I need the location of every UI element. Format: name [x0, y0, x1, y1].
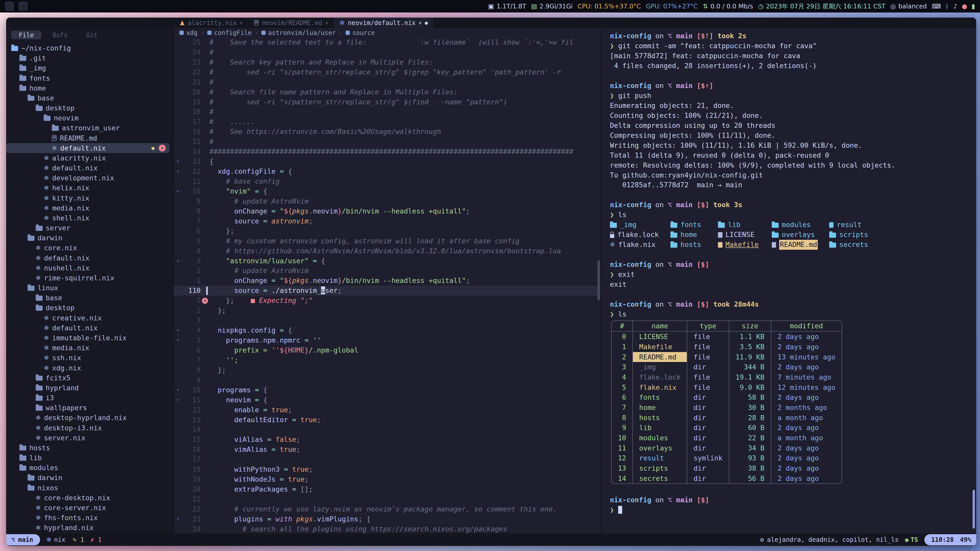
editor-line[interactable]: ▾3 "astronvim/lua/user" = {	[174, 256, 601, 266]
tree-item[interactable]: home	[6, 83, 173, 93]
editor-line[interactable]: 14	[174, 425, 601, 435]
editor-pane[interactable]: xdg›configFile›astronvim/lua/user›source…	[174, 28, 601, 534]
tree-item[interactable]: lib	[6, 453, 173, 463]
editor-line[interactable]: 22 # currently we use lazy.nvim as neovi…	[174, 504, 601, 514]
tree-item[interactable]: ❄hyprland.nix	[6, 523, 173, 533]
editor-line[interactable]: 20 extraPackages = [];	[174, 484, 601, 494]
tree-item[interactable]: ❄ssh.nix	[6, 353, 173, 363]
tree-item[interactable]: ❄default.nix	[6, 163, 173, 173]
editor-line[interactable]: ▾13{	[174, 157, 601, 167]
buffer-tab[interactable]: Mneovim/README.md✗	[248, 17, 334, 28]
editor-line[interactable]: 6 };	[174, 226, 601, 236]
tree-item[interactable]: ❄i3.nix	[6, 533, 173, 534]
editor-line[interactable]: 21	[174, 494, 601, 504]
editor-lines[interactable]: 25# Save the selected text to a file: `:…	[174, 38, 601, 534]
tree-item[interactable]: neovim	[6, 113, 173, 123]
tree-item[interactable]: ❄helix.nix	[6, 183, 173, 193]
tree-item[interactable]: ❄default.nix	[6, 253, 173, 263]
editor-line[interactable]: 20# Search file name pattern and Replace…	[174, 87, 601, 97]
tree-item[interactable]: darwin	[6, 473, 173, 483]
editor-line[interactable]: 9 # update AstroNvim	[174, 197, 601, 206]
tree-item[interactable]: ~/nix-config	[6, 43, 173, 53]
editor-line[interactable]: 24 # search all the plugins using https:…	[174, 524, 601, 534]
tree-item[interactable]: ❄desktop-hyprland.nix	[6, 413, 173, 423]
close-icon[interactable]: ✗	[419, 20, 422, 26]
editor-line[interactable]: 14######################################…	[174, 147, 601, 157]
tree-item[interactable]: hyprland	[6, 383, 173, 393]
tree-item[interactable]: ❄core-desktop.nix	[6, 493, 173, 503]
tree-item[interactable]: _img	[6, 63, 173, 73]
editor-line[interactable]: 19# sed -ri "s/pattern_str/replace_str/g…	[174, 97, 601, 107]
tree-item[interactable]: ❄creative.nix	[6, 313, 173, 323]
breadcrumb-item[interactable]: astronvim/lua/user	[261, 29, 336, 37]
editor-line[interactable]: ▾10 "nvim" = {	[174, 186, 601, 197]
close-icon[interactable]: ✗	[240, 20, 243, 26]
workspace-icon-2[interactable]	[19, 2, 27, 11]
volume-icon[interactable]: ♪	[953, 3, 958, 10]
editor-line[interactable]: 17	[174, 454, 601, 465]
editor-line[interactable]: 6 prefix = ''${HOME}/.npm-global	[174, 345, 601, 355]
tree-item[interactable]: .git	[6, 53, 173, 63]
editor-line[interactable]: 17# ......	[174, 117, 601, 127]
editor-line[interactable]: 19 withNodeJs = true;	[174, 475, 601, 484]
tree-item[interactable]: ❄shell.nix	[6, 213, 173, 223]
tree-item[interactable]: ❄development.nix	[6, 173, 173, 183]
tree-item[interactable]: ❄kitty.nix	[6, 193, 173, 203]
tree-item[interactable]: hosts	[6, 443, 173, 453]
tree-item[interactable]: nixos	[6, 483, 173, 493]
editor-line[interactable]: 2 };	[174, 306, 601, 316]
tree-item[interactable]: fcitx5	[6, 373, 173, 383]
terminal-pane[interactable]: nix-config on ⌥ main [$!] took 2s❯ git c…	[600, 28, 976, 534]
workspace-icon-1[interactable]	[5, 2, 14, 11]
buffer-tab[interactable]: alacritty.nix✗	[174, 17, 248, 28]
bluetooth-icon[interactable]: ᛒ	[945, 3, 949, 10]
close-circle-icon[interactable]: ✗	[159, 144, 165, 151]
tree-item[interactable]: modules	[6, 463, 173, 473]
tree-item[interactable]: ❄immutable-file.nix	[6, 333, 173, 343]
editor-line[interactable]: 24#	[174, 48, 601, 57]
editor-line[interactable]: 18 withPython3 = true;	[174, 465, 601, 475]
editor-line[interactable]: 8 };	[174, 365, 601, 375]
tree-item[interactable]: ❄default.nix	[6, 323, 173, 333]
tree-item[interactable]: base	[6, 293, 173, 303]
tree-item[interactable]: i3	[6, 393, 173, 403]
editor-line[interactable]: 1✗ }; ■ Expecting ";"	[174, 295, 601, 306]
record-icon[interactable]: ●	[962, 3, 967, 10]
neotree-tab-bufs[interactable]: Bufs	[45, 30, 75, 39]
editor-line[interactable]: 7 '';	[174, 355, 601, 365]
breadcrumb-item[interactable]: xdg	[180, 29, 197, 37]
keyboard-icon[interactable]: ⌨	[932, 3, 941, 10]
editor-line[interactable]: 8 onChange = "${pkgs.neovim}/bin/nvim --…	[174, 206, 601, 216]
editor-line[interactable]: 21#	[174, 77, 601, 87]
editor-line[interactable]: 15 viAlias = false;	[174, 435, 601, 445]
breadcrumb-item[interactable]: source	[345, 29, 375, 37]
editor-line[interactable]: 110 source = ./astronvim_user;	[174, 286, 601, 295]
editor-line[interactable]: ▾23 plugins = with pkgs.vimPlugins; [	[174, 514, 601, 524]
editor-line[interactable]: 18#	[174, 107, 601, 117]
tree-item[interactable]: base	[6, 93, 173, 103]
tree-item[interactable]: ❄default.nix●✗	[6, 143, 169, 153]
tree-item[interactable]: desktop	[6, 303, 173, 313]
editor-line[interactable]: 23# Search key pattern and Replace in Mu…	[174, 57, 601, 67]
neotree-items[interactable]: ~/nix-config.git_imgfontshomebasedesktop…	[6, 42, 173, 534]
tree-item[interactable]: ❄fhs-fonts.nix	[6, 513, 173, 523]
editor-line[interactable]: 22# sed -ri "s/pattern_str/replace_str/g…	[174, 67, 601, 77]
editor-line[interactable]: 13 defaultEditor = true;	[174, 415, 601, 425]
tree-item[interactable]: wallpapers	[6, 403, 173, 413]
editor-line[interactable]: 5 # my cusotom astronvim config, astronv…	[174, 236, 601, 246]
tree-item[interactable]: ❄core.nix	[6, 243, 173, 253]
editor-line[interactable]: 7 source = astronvim;	[174, 216, 601, 226]
tree-item[interactable]: astronvim_user	[6, 123, 173, 133]
battery-icon[interactable]: ▮	[972, 3, 975, 10]
tree-item[interactable]: ❄nushell.nix	[6, 263, 173, 273]
editor-line[interactable]: 11 # base config	[174, 176, 601, 186]
editor-scrollbar[interactable]	[597, 260, 600, 300]
tree-item[interactable]: ❄xdg.nix	[6, 363, 173, 373]
tree-item[interactable]: ❄core-server.nix	[6, 503, 173, 513]
close-icon[interactable]: ✗	[325, 20, 328, 26]
editor-line[interactable]: 25# Save the selected text to a file: `:…	[174, 38, 601, 48]
neotree-tab-git[interactable]: Git	[79, 30, 105, 39]
editor-line[interactable]: ▾4 nixpkgs.config = {	[174, 326, 601, 335]
tree-item[interactable]: desktop	[6, 103, 173, 113]
editor-line[interactable]: 15#	[174, 137, 601, 147]
